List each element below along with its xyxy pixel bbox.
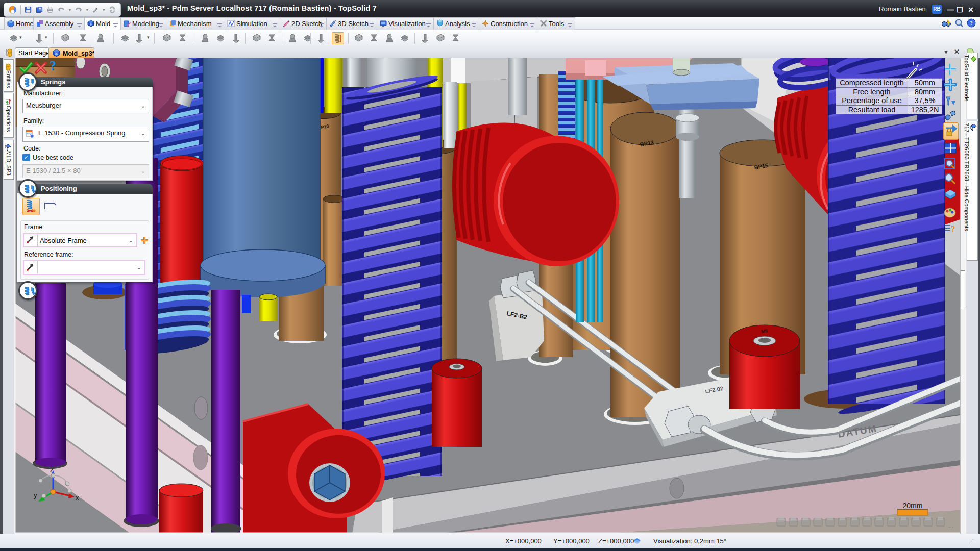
svg-text:M8: M8: [761, 328, 768, 334]
svg-text:x: x: [76, 494, 79, 502]
svg-text:z: z: [50, 466, 54, 474]
svg-text:?: ?: [951, 224, 955, 234]
svg-text:?: ?: [970, 20, 973, 26]
svg-text:y: y: [34, 491, 37, 499]
svg-text:20mm: 20mm: [903, 502, 923, 510]
